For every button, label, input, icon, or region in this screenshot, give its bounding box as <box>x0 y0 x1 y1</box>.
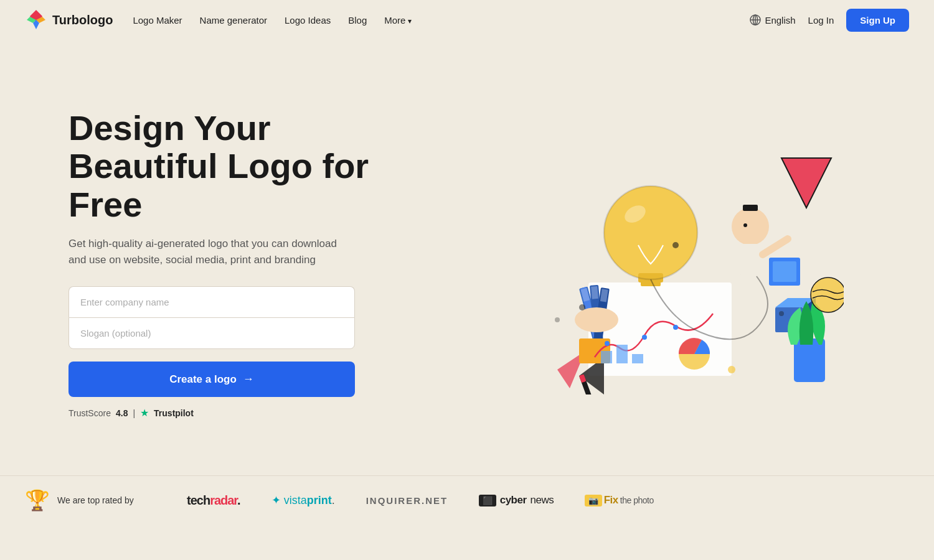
chevron-down-icon <box>408 15 412 26</box>
svg-point-29 <box>743 223 747 227</box>
nav-blog[interactable]: Blog <box>348 15 367 26</box>
svg-rect-48 <box>632 354 643 363</box>
slogan-input[interactable] <box>68 317 355 349</box>
hero-illustration-container <box>417 133 909 394</box>
svg-point-24 <box>575 307 618 332</box>
partner-fixthephoto: 📷 Fix the photo <box>585 494 653 506</box>
svg-point-57 <box>555 317 560 322</box>
partner-vistaprint: ✦ vistaprint. <box>271 493 335 507</box>
navbar: Turbologo Logo Maker Name generator Logo… <box>0 0 934 40</box>
hero-content: Design Your Beautiful Logo for Free Get … <box>68 109 417 419</box>
svg-rect-11 <box>641 281 661 286</box>
bottom-bar: 🏆 We are top rated by techradar. ✦ vista… <box>0 475 934 525</box>
trustpilot-label: Trustpilot <box>154 408 194 418</box>
svg-point-55 <box>579 304 585 310</box>
hero-form <box>68 286 355 349</box>
hero-subtitle: Get high-quality ai-generated logo that … <box>68 236 342 268</box>
svg-rect-28 <box>743 205 758 211</box>
svg-point-44 <box>642 335 647 340</box>
svg-point-56 <box>728 366 735 373</box>
svg-rect-33 <box>773 261 796 282</box>
login-link[interactable]: Log In <box>808 15 834 26</box>
partner-cybernews: ⬛cybernews <box>479 494 554 506</box>
nav-name-generator[interactable]: Name generator <box>200 15 267 26</box>
svg-point-43 <box>605 341 610 346</box>
create-logo-button[interactable]: Create a logo → <box>68 362 355 397</box>
nav-more[interactable]: More <box>384 15 412 26</box>
svg-rect-46 <box>601 351 612 363</box>
svg-rect-20 <box>591 286 598 299</box>
svg-point-45 <box>673 325 678 330</box>
svg-line-31 <box>763 239 788 254</box>
svg-rect-30 <box>738 244 763 275</box>
partner-logos-row: techradar. ✦ vistaprint. INQUIRER.NET ⬛c… <box>187 493 909 508</box>
svg-point-54 <box>779 311 784 316</box>
signup-button[interactable]: Sign Up <box>846 9 909 32</box>
svg-marker-25 <box>781 158 831 208</box>
hero-title: Design Your Beautiful Logo for Free <box>68 109 417 224</box>
arrow-right-icon: → <box>243 373 254 386</box>
nav-logo-ideas[interactable]: Logo Ideas <box>285 15 331 26</box>
language-label: English <box>765 15 795 26</box>
svg-rect-47 <box>616 345 628 363</box>
partner-inquirer: INQUIRER.NET <box>366 495 448 506</box>
globe-icon <box>750 14 761 26</box>
nav-logo-maker[interactable]: Logo Maker <box>133 15 182 26</box>
top-rated-text: We are top rated by <box>57 495 134 506</box>
svg-point-53 <box>672 242 679 248</box>
svg-rect-50 <box>794 338 825 382</box>
svg-point-27 <box>732 208 769 245</box>
hero-illustration <box>483 133 844 394</box>
language-selector[interactable]: English <box>750 14 795 26</box>
top-rated-badge-icon: 🏆 <box>25 488 50 512</box>
logo-icon <box>25 9 47 31</box>
company-name-input[interactable] <box>68 286 355 317</box>
trust-separator: | <box>133 408 135 418</box>
logo-link[interactable]: Turbologo <box>25 9 113 31</box>
top-rated-section: 🏆 We are top rated by <box>25 488 149 512</box>
nav-right: English Log In Sign Up <box>750 9 909 32</box>
hero-section: Design Your Beautiful Logo for Free Get … <box>0 40 934 475</box>
trustpilot-star-icon: ★ <box>140 407 149 419</box>
logo-text: Turbologo <box>52 13 113 27</box>
trust-score-value: 4.8 <box>116 408 128 418</box>
partner-techradar: techradar. <box>187 493 240 508</box>
trust-score-label: TrustScore <box>68 408 111 418</box>
nav-links: Logo Maker Name generator Logo Ideas Blo… <box>133 15 750 26</box>
trust-score-row: TrustScore 4.8 | ★ Trustpilot <box>68 407 417 419</box>
